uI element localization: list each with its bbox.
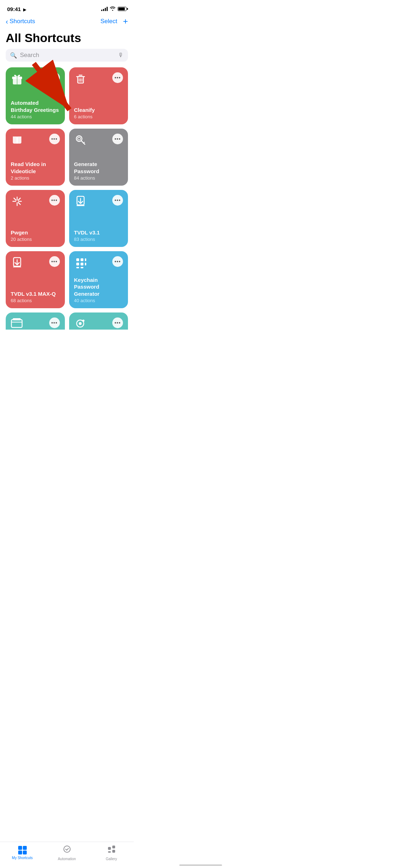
svg-rect-31 <box>81 263 83 265</box>
card-top: ••• <box>74 195 123 210</box>
more-dots: ••• <box>114 198 121 203</box>
search-icon: 🔍 <box>10 52 17 59</box>
shortcut-actions-read-video-videoticle: 2 actions <box>11 175 60 181</box>
location-icon: ▶ <box>23 7 26 12</box>
more-button-keychain-password-generator[interactable]: ••• <box>112 256 123 267</box>
partial-card-right[interactable]: ••• <box>69 312 128 330</box>
card-top: ••• <box>11 134 60 149</box>
nav-actions: Select + <box>101 17 128 26</box>
more-dots: ••• <box>114 259 121 264</box>
more-button-pwgen[interactable]: ••• <box>49 195 60 206</box>
shortcut-actions-pwgen: 20 actions <box>11 237 60 242</box>
more-dots: ••• <box>114 75 121 80</box>
svg-rect-32 <box>76 267 79 268</box>
microphone-icon[interactable]: 🎙 <box>118 52 124 58</box>
status-icons <box>101 6 127 12</box>
svg-line-20 <box>18 202 20 205</box>
card-bottom: Automated Birthday Greetings 44 actions <box>11 99 60 119</box>
search-bar[interactable]: 🔍 Search 🎙 <box>6 49 128 62</box>
search-input[interactable]: Search <box>20 52 115 59</box>
shortcut-card-tvdl-v31-maxq[interactable]: ••• TVDL v3.1 MAX-Q 68 actions <box>6 251 65 308</box>
shortcut-actions-keychain-password-generator: 40 actions <box>74 298 123 303</box>
shortcut-icon-automated-birthday-greetings <box>11 72 24 87</box>
chevron-left-icon: ‹ <box>6 18 8 25</box>
more-dots-icon: ••• <box>51 320 58 325</box>
svg-rect-34 <box>85 258 86 261</box>
card-bottom: Pwgen 20 actions <box>11 229 60 242</box>
svg-rect-28 <box>76 258 79 261</box>
back-button[interactable]: ‹ Shortcuts <box>6 18 35 25</box>
shortcut-icon-cleanify <box>74 72 87 87</box>
more-button-read-video-videoticle[interactable]: ••• <box>49 134 60 144</box>
card-top: ••• <box>11 195 60 210</box>
more-dots: ••• <box>51 136 58 141</box>
battery-icon <box>118 7 127 11</box>
shortcut-actions-generate-password: 84 actions <box>74 175 123 181</box>
svg-rect-33 <box>81 267 83 268</box>
shortcut-icon-keychain-password-generator <box>74 256 87 271</box>
search-container: 🔍 Search 🎙 <box>0 49 134 67</box>
shortcut-icon-tvdl-v31-maxq <box>11 256 24 271</box>
select-button[interactable]: Select <box>101 18 117 25</box>
partial-card-left[interactable]: ••• <box>6 312 65 330</box>
shortcut-name-cleanify: Cleanify <box>74 107 123 114</box>
more-button-tvdl-v31-maxq[interactable]: ••• <box>49 256 60 267</box>
card-bottom: TVDL v3.1 MAX-Q 68 actions <box>11 290 60 304</box>
signal-icon <box>101 7 108 11</box>
more-dots: ••• <box>51 75 58 80</box>
shortcut-actions-cleanify: 6 actions <box>74 114 123 119</box>
more-dots: ••• <box>51 259 58 264</box>
svg-rect-36 <box>11 320 22 327</box>
shortcut-name-pwgen: Pwgen <box>11 229 60 236</box>
more-dots: ••• <box>114 136 121 141</box>
more-button-generate-password[interactable]: ••• <box>112 134 123 144</box>
more-button-automated-birthday-greetings[interactable]: ••• <box>49 72 60 83</box>
more-dots: ••• <box>51 198 58 203</box>
card-top: ••• <box>74 72 123 87</box>
svg-point-40 <box>79 322 82 325</box>
shortcut-card-pwgen[interactable]: ••• Pwgen 20 actions <box>6 190 65 247</box>
nav-bar: ‹ Shortcuts Select + <box>0 16 134 29</box>
status-time: 09:41 ▶ <box>7 6 26 12</box>
shortcut-card-cleanify[interactable]: ••• Cleanify 6 actions <box>69 67 128 124</box>
card-top: ••• <box>74 134 123 149</box>
card-top: ••• <box>11 72 60 87</box>
card-bottom: Keychain Password Generator 40 actions <box>74 277 123 304</box>
partial-card-icon-left <box>11 317 23 330</box>
shortcut-card-keychain-password-generator[interactable]: ••• Keychain Password Generator 40 actio… <box>69 251 128 308</box>
card-top: ••• <box>11 256 60 271</box>
svg-line-21 <box>18 198 20 200</box>
shortcut-card-tvdl-v31[interactable]: ••• TVDL v3.1 83 actions <box>69 190 128 247</box>
svg-rect-29 <box>81 258 83 261</box>
shortcut-name-keychain-password-generator: Keychain Password Generator <box>74 277 123 298</box>
partial-card-more-right[interactable]: ••• <box>112 317 123 328</box>
shortcut-name-automated-birthday-greetings: Automated Birthday Greetings <box>11 99 60 113</box>
shortcut-icon-generate-password <box>74 134 87 149</box>
card-top: ••• <box>74 256 123 271</box>
shortcut-card-automated-birthday-greetings[interactable]: ••• Automated Birthday Greetings 44 acti… <box>6 67 65 124</box>
add-button[interactable]: + <box>123 17 128 26</box>
shortcut-card-generate-password[interactable]: ••• Generate Password 84 actions <box>69 129 128 186</box>
shortcut-name-generate-password: Generate Password <box>74 161 123 175</box>
shortcut-name-read-video-videoticle: Read Video in Videoticle <box>11 161 60 175</box>
svg-point-12 <box>78 137 81 140</box>
card-bottom: TVDL v3.1 83 actions <box>74 229 123 242</box>
shortcuts-grid: ••• Automated Birthday Greetings 44 acti… <box>0 67 134 308</box>
more-button-tvdl-v31[interactable]: ••• <box>112 195 123 206</box>
svg-line-14 <box>83 142 84 143</box>
card-bottom: Read Video in Videoticle 2 actions <box>11 161 60 181</box>
shortcut-card-read-video-videoticle[interactable]: ••• Read Video in Videoticle 2 actions <box>6 129 65 186</box>
partial-card-more-left[interactable]: ••• <box>49 317 60 328</box>
shortcut-name-tvdl-v31: TVDL v3.1 <box>74 229 123 236</box>
more-button-cleanify[interactable]: ••• <box>112 72 123 83</box>
wifi-icon <box>110 6 115 12</box>
shortcut-actions-tvdl-v31-maxq: 68 actions <box>11 298 60 303</box>
back-label: Shortcuts <box>10 18 35 25</box>
shortcuts-grid-bottom: ••• ••• <box>0 308 134 330</box>
svg-rect-37 <box>13 318 21 320</box>
shortcut-icon-pwgen <box>11 195 24 210</box>
shortcut-name-tvdl-v31-maxq: TVDL v3.1 MAX-Q <box>11 290 60 298</box>
svg-point-41 <box>82 320 84 322</box>
shortcut-icon-tvdl-v31 <box>74 195 87 210</box>
status-bar: 09:41 ▶ <box>0 0 134 16</box>
